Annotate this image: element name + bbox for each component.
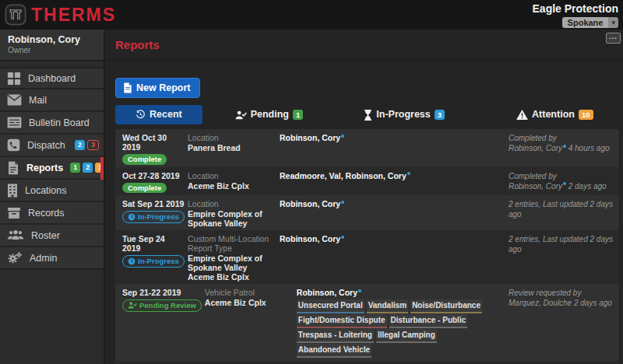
report-row[interactable]: Tue Sep 24 2019 In-Progress — [115, 230, 619, 284]
sidebar-user[interactable]: Robinson, Cory Owner — [0, 30, 104, 61]
sidebar-item-dashboard[interactable]: Dashboard — [0, 67, 104, 89]
report-date-cell: Wed Oct 30 2019 Complete — [122, 131, 188, 165]
report-status-badge: Complete — [122, 154, 167, 165]
report-people: Robinson, Cory — [280, 133, 502, 142]
building-icon — [7, 184, 18, 198]
dispatch-badge-blue: 2 — [75, 140, 85, 150]
new-report-label: New Report — [136, 82, 190, 93]
clock-icon — [128, 213, 136, 221]
hourglass-icon — [364, 110, 372, 121]
report-tag: Vandalism — [367, 299, 408, 313]
reports-badge-orange: 10 — [95, 163, 105, 173]
therms-logo[interactable]: THERMS — [5, 4, 116, 26]
sidebar-item-records[interactable]: Records — [0, 202, 104, 225]
more-options-button[interactable]: ... — [606, 33, 621, 44]
sidebar-item-label: Locations — [25, 185, 67, 196]
tab-attention-badge: 10 — [579, 110, 593, 121]
gears-icon — [7, 251, 23, 264]
report-date-cell: Sep 21-22 2019 Pending Review — [122, 286, 205, 359]
report-type-cell: Location Aceme Biz Cplx — [188, 170, 280, 194]
report-date: Sep 21-22 2019 — [122, 286, 202, 297]
person-check-icon — [235, 110, 247, 120]
report-date-cell: Tue Sep 24 2019 In-Progress — [122, 233, 188, 282]
report-status-badge: Pending Review — [122, 299, 202, 312]
dispatch-badges: 2 3 — [75, 140, 99, 150]
report-type: Location — [188, 199, 273, 208]
reports-content: New Report Recent — [105, 61, 623, 364]
tab-in-progress[interactable]: In-Progress 3 — [356, 106, 452, 124]
person-status-dot — [341, 201, 344, 204]
warning-triangle-icon — [516, 110, 528, 120]
org-block: Eagle Protection Spokane ▾ — [533, 2, 618, 27]
report-date: Sat Sep 21 2019 — [122, 198, 185, 208]
sidebar-nav: Dashboard Mail — [0, 67, 104, 270]
report-people-cell: Robinson, Cory — [280, 233, 509, 282]
sidebar-item-bulletin-board[interactable]: Bulletin Board — [0, 112, 104, 135]
sidebar-item-label: Mail — [29, 95, 47, 106]
report-tag: Illegal Camping — [376, 329, 437, 343]
sidebar-item-label: Roster — [31, 230, 60, 241]
sidebar-item-reports[interactable]: Reports 1 2 10 — [0, 157, 104, 180]
report-tag: Trespass - Loitering — [297, 329, 374, 343]
report-people-cell: Robinson, Cory — [280, 198, 509, 228]
phone-icon — [7, 138, 20, 152]
sidebar-item-dispatch[interactable]: Dispatch 2 3 — [0, 135, 104, 157]
history-icon — [136, 110, 146, 120]
new-report-button[interactable]: New Report — [115, 78, 200, 98]
report-type-cell: Custom Multi-Location Report Type Empire… — [188, 233, 280, 282]
report-status-label: In-Progress — [138, 213, 179, 221]
sidebar-item-label: Dispatch — [27, 140, 65, 151]
region-selector[interactable]: Spokane ▾ — [562, 17, 618, 28]
tab-pending[interactable]: Pending 1 — [227, 106, 312, 124]
report-status-badge: In-Progress — [122, 211, 185, 223]
report-row[interactable]: Sep 24-27 2019 In-Progress — [115, 361, 619, 364]
sidebar-item-roster[interactable]: Roster — [0, 225, 104, 247]
person-status-dot — [358, 289, 361, 292]
chevron-down-icon: ▾ — [608, 17, 618, 28]
report-tag: Unsecured Portal — [297, 299, 364, 313]
report-row[interactable]: Oct 27-28 2019 Complete — [115, 167, 619, 196]
tab-recent[interactable]: Recent — [115, 105, 202, 124]
report-date: Tue Sep 24 2019 — [122, 233, 185, 253]
report-location: Aceme Biz Cplx — [188, 181, 273, 191]
report-date-cell: Oct 27-28 2019 Complete — [122, 170, 188, 194]
tab-pending-badge: 1 — [293, 110, 303, 121]
report-type: Custom Multi-Location Report Type — [188, 234, 273, 253]
tab-in-progress-badge: 3 — [435, 110, 445, 121]
sidebar-item-mail[interactable]: Mail — [0, 89, 104, 112]
report-location: Panera Bread — [188, 143, 273, 152]
top-bar: THERMS Eagle Protection Spokane ▾ — [0, 0, 623, 30]
person-status-dot — [407, 172, 410, 175]
mail-icon — [7, 94, 22, 106]
report-people: Robinson, Cory — [297, 288, 502, 297]
report-tag: Noise/Disturbance — [410, 299, 482, 313]
report-meta: Completed byRobinson, Cory 2 days ago — [509, 170, 613, 194]
page-title: Reports — [115, 38, 160, 51]
sidebar: Robinson, Cory Owner Dashboard — [0, 30, 105, 364]
report-tag: Disturbance - Public — [389, 314, 468, 328]
person-status-dot — [563, 145, 566, 148]
report-row[interactable]: Wed Oct 30 2019 Complete — [115, 129, 619, 167]
report-table: Wed Oct 30 2019 Complete — [115, 129, 619, 364]
report-tags: Unsecured PortalVandalismNoise/Disturban… — [297, 299, 502, 359]
newspaper-icon — [7, 117, 22, 128]
person-status-dot — [341, 135, 344, 138]
report-status-label: In-Progress — [138, 257, 179, 265]
sidebar-item-locations[interactable]: Locations — [0, 180, 104, 202]
report-people-cell: Robinson, Cory Unsecured PortalVandalism… — [297, 286, 509, 359]
person-check-icon — [128, 302, 137, 309]
report-type-cell: Location Panera Bread — [188, 131, 280, 165]
sidebar-item-admin[interactable]: Admin — [0, 247, 104, 270]
report-location: Aceme Biz Cplx — [205, 298, 290, 307]
report-row[interactable]: Sat Sep 21 2019 In-Progress — [115, 195, 619, 230]
logo-wordmark: THERMS — [31, 6, 116, 24]
sidebar-item-label: Dashboard — [28, 73, 76, 84]
therms-logo-icon — [5, 4, 26, 26]
person-status-dot — [341, 236, 344, 239]
page-header: Reports ... — [105, 30, 623, 61]
tab-attention[interactable]: Attention 10 — [509, 106, 600, 124]
new-report-icon — [123, 82, 132, 93]
report-type-cell: Location Empire Complex of Spokane Valle… — [188, 198, 280, 228]
report-row[interactable]: Sep 21-22 2019 Pending Review — [115, 284, 619, 361]
report-meta: Review requested byMarquez, Doulche 2 da… — [509, 286, 613, 359]
